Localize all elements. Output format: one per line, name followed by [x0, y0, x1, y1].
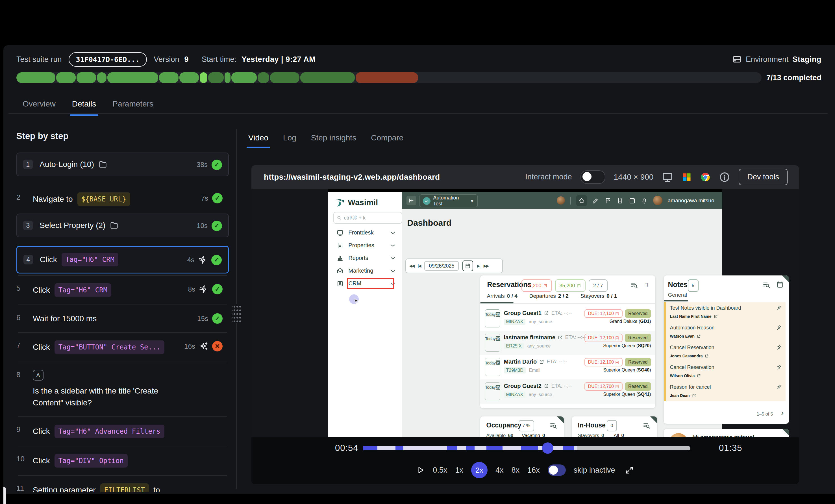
step-item-9[interactable]: 9ClickTag="H6" Advanced Filters: [16, 417, 229, 446]
skip-inactive-toggle[interactable]: [548, 464, 566, 476]
page-scrollbar-thumb[interactable]: [3, 487, 6, 504]
run-id-pill[interactable]: 31F0417D-6ED...: [69, 52, 147, 67]
pin-icon[interactable]: [776, 305, 781, 310]
filter-search-icon[interactable]: [631, 281, 638, 289]
tab-stayovers[interactable]: Stayovers0 / 1: [581, 293, 617, 299]
tab-vacating[interactable]: Vacating0: [522, 433, 545, 437]
tab-video[interactable]: Video: [247, 132, 270, 142]
external-link-icon[interactable]: [539, 359, 544, 364]
external-link-icon[interactable]: [697, 334, 701, 338]
chrome-icon[interactable]: [700, 172, 710, 182]
dev-tools-button[interactable]: Dev tools: [739, 169, 788, 185]
video-stage[interactable]: Wasimil ctrl/⌘ + k FrontdeskPropertiesRe…: [251, 189, 799, 437]
design-icon[interactable]: [592, 197, 599, 204]
calendar-button[interactable]: [463, 261, 473, 271]
panel-resize-handle[interactable]: [232, 304, 241, 323]
speed-button-8x[interactable]: 8x: [511, 466, 520, 475]
timeline-scrubber[interactable]: [363, 446, 690, 450]
tab-step-insights[interactable]: Step insights: [309, 132, 358, 142]
fullscreen-button[interactable]: [625, 466, 634, 475]
project-dropdown[interactable]: Automation Test ▼: [420, 194, 478, 207]
page-url[interactable]: https://wasimil-staging-v2.web.app/dashb…: [264, 173, 440, 182]
monitor-icon[interactable]: [662, 172, 673, 183]
new-document-icon[interactable]: [617, 197, 624, 204]
pin-icon[interactable]: [776, 364, 781, 369]
dash-search-input[interactable]: ctrl/⌘ + k: [333, 212, 402, 224]
speed-button-1x[interactable]: 1x: [455, 466, 463, 475]
tab-log[interactable]: Log: [281, 132, 298, 142]
external-link-icon[interactable]: [714, 315, 718, 318]
windows-icon[interactable]: [681, 172, 692, 182]
playhead[interactable]: [542, 442, 553, 454]
timeline-activity-segment: [447, 446, 457, 450]
sidebar-item-properties[interactable]: Properties: [328, 239, 402, 252]
calendar-icon[interactable]: [629, 197, 636, 204]
tab-arrivals[interactable]: Arrivals0 / 4: [487, 293, 517, 299]
step-item-6[interactable]: 6Wait for 15000 ms15s✓: [16, 305, 229, 332]
tab-stayovers[interactable]: Stayovers0: [578, 433, 604, 437]
step-item-1[interactable]: 1Auto-Login (10)38s✓: [16, 153, 229, 176]
play-button[interactable]: [416, 466, 425, 474]
tab-available[interactable]: Available60: [486, 433, 513, 437]
tab-departures[interactable]: Departures2 / 2: [529, 293, 569, 299]
step-item-7[interactable]: 7ClickTag="BUTTON" Create Se...16s✕: [16, 333, 229, 362]
info-icon[interactable]: [719, 172, 730, 183]
pin-icon[interactable]: [776, 345, 781, 350]
tab-general[interactable]: General: [668, 292, 687, 298]
run-progress-bar[interactable]: [16, 72, 761, 83]
reservation-row[interactable]: Today09/27Group Guest2ETA: --:--MINZAXan…: [480, 379, 655, 404]
speed-button-2x[interactable]: 2x: [471, 462, 488, 478]
user-avatar[interactable]: [653, 196, 663, 205]
avatar[interactable]: [557, 196, 565, 204]
reservation-row[interactable]: Today09/27Martin DarioETA: --:--T29M3DEm…: [480, 355, 655, 379]
prev-day-button[interactable]: |◀: [418, 264, 421, 268]
step-item-11[interactable]: 11Setting parameterFILTERLISTto"Age", "G…: [16, 476, 229, 492]
fast-rewind-button[interactable]: ◀◀: [409, 264, 414, 268]
pin-icon[interactable]: [776, 384, 781, 389]
sort-icon[interactable]: ↑↓: [645, 281, 648, 288]
sidebar-item-marketing[interactable]: Marketing: [328, 264, 402, 277]
external-link-icon[interactable]: [697, 374, 701, 378]
speed-button-4x[interactable]: 4x: [495, 466, 504, 475]
note-title: Cancel Reservation: [670, 364, 714, 370]
sidebar-item-reports[interactable]: Reports: [328, 252, 402, 264]
sidebar-item-frontdesk[interactable]: Frontdesk: [328, 226, 402, 239]
speed-button-0.5x[interactable]: 0.5x: [433, 466, 447, 475]
interact-mode-toggle[interactable]: [581, 170, 605, 184]
step-item-4[interactable]: 4ClickTag="H6" CRM4s✓: [16, 246, 229, 274]
reservation-row[interactable]: Today09/27lastname firstnameETA: --:--ER…: [480, 331, 655, 355]
filter-search-icon[interactable]: [550, 422, 557, 429]
calendar-icon[interactable]: [776, 281, 783, 288]
step-item-10[interactable]: 10ClickTag="DIV" Option: [16, 446, 229, 475]
external-link-icon[interactable]: [692, 394, 696, 398]
filter-search-icon[interactable]: [643, 422, 650, 429]
note-item[interactable]: Reason for cancelJean Dean: [664, 381, 786, 401]
step-item-3[interactable]: 3Select Property (2)10s✓: [16, 214, 229, 237]
sidebar-collapse-button[interactable]: [406, 196, 416, 205]
sidebar-item-crm[interactable]: CRM: [328, 277, 402, 290]
step-item-8[interactable]: 8AIs the a sidebar with the title 'Creat…: [16, 362, 229, 417]
chevron-right-icon[interactable]: ›: [781, 408, 783, 417]
filter-search-icon[interactable]: [763, 281, 770, 288]
step-item-5[interactable]: 5ClickTag="H6" CRM8s✓: [16, 276, 229, 305]
external-link-icon[interactable]: [558, 335, 563, 340]
nav-home-button[interactable]: [576, 195, 587, 206]
next-day-button[interactable]: ▶|: [477, 264, 480, 268]
date-input[interactable]: 09/26/2025: [424, 261, 459, 271]
note-item[interactable]: Cancel ReservationWilson Olivia: [664, 362, 786, 381]
tab-all[interactable]: All0: [614, 433, 624, 437]
pin-icon[interactable]: [776, 325, 781, 330]
reservation-row[interactable]: Today09/27Group Guest1ETA: --:--MINZAXan…: [480, 306, 655, 331]
external-link-icon[interactable]: [544, 384, 549, 388]
flag-icon[interactable]: [605, 197, 611, 204]
external-link-icon[interactable]: [705, 354, 709, 358]
speed-button-16x[interactable]: 16x: [527, 466, 540, 475]
note-item[interactable]: Automation ReasonWatson Evan: [664, 322, 786, 342]
external-link-icon[interactable]: [544, 311, 549, 316]
step-item-2[interactable]: 2Navigate to${BASE_URL}7s✓: [16, 185, 229, 214]
tab-compare[interactable]: Compare: [369, 132, 405, 142]
note-item[interactable]: Cancel ReservationJones Cassandra: [664, 342, 786, 362]
note-item[interactable]: Test Notes visible in DashboardLast Name…: [664, 302, 786, 322]
fast-forward-button[interactable]: ▶▶: [484, 264, 489, 268]
notifications-icon[interactable]: [641, 197, 648, 204]
